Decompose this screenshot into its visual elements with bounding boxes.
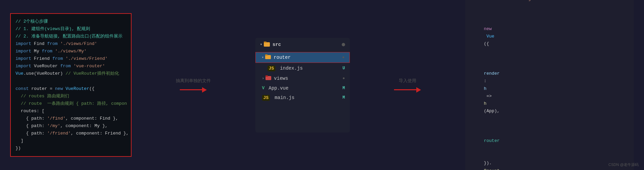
code-line-14: { path: '/my', component: My }, — [16, 122, 126, 130]
rp-render-key: render — [484, 71, 500, 76]
code-line-1: // 2个核心步骤 — [16, 18, 126, 25]
indexjs-name: index.js — [280, 66, 342, 71]
code-line-6: import Friend from './views/Friend' — [16, 55, 126, 63]
rp-new: new — [484, 26, 492, 31]
code-line-blank — [16, 77, 126, 85]
comment-2: // 1. 建组件(views目录), 配规则 — [16, 26, 90, 31]
file-tree-panel: ▾ src ▾ router ● JS index.js U › — [255, 38, 350, 132]
arrow1-head — [202, 87, 207, 93]
code-line-16: ] — [16, 137, 126, 145]
mainjs-name: main.js — [275, 95, 342, 100]
rp-line-3: new Vue ({ — [473, 18, 626, 55]
code-line-7: import VueRouter from 'vue-router' — [16, 63, 126, 70]
svg-rect-1 — [264, 42, 267, 43]
views-folder-icon — [265, 75, 271, 81]
arrow2-arrow — [394, 87, 421, 93]
tree-src-dot — [342, 43, 345, 46]
indexjs-badge: U — [342, 66, 345, 71]
chevron-views: › — [262, 76, 264, 80]
rp-indent2 — [484, 131, 489, 136]
code-line-17: }) — [16, 145, 126, 152]
views-folder-name: views — [274, 76, 342, 81]
rp-vue: Vue — [484, 34, 494, 39]
router-folder-name: router — [274, 55, 342, 60]
router-folder-icon — [265, 54, 271, 60]
code-line-2: // 1. 建组件(views目录), 配规则 — [16, 25, 126, 33]
rp-arrow-fn: => — [484, 94, 494, 99]
code-line-8: Vue.use(VueRouter) // VueRouter插件初始化 — [16, 70, 126, 77]
rp-close-brace: }). — [484, 161, 492, 166]
arrow1-line — [180, 89, 202, 90]
js-icon-indexjs: JS — [268, 66, 276, 71]
arrow1-label: 抽离到单独的文件 — [176, 78, 211, 84]
tree-src-label: src — [273, 42, 281, 47]
left-code-panel: // 2个核心步骤 // 1. 建组件(views目录), 配规则 // 2. … — [10, 13, 132, 157]
rp-h-param: h — [484, 86, 486, 91]
tree-header: ▾ src — [255, 38, 350, 51]
comment-3: // 2. 准备导航链接, 配置路由出口(匹配的组件展示 — [16, 34, 122, 39]
code-line-4: import Find from './views/Find' — [16, 40, 126, 48]
router-badge: ● — [342, 55, 344, 60]
svg-rect-5 — [265, 75, 268, 77]
arrow2-area: 导入使用 — [394, 78, 421, 93]
appvue-badge: M — [342, 86, 345, 91]
arrow2-label: 导入使用 — [399, 78, 416, 84]
watermark: CSDN @老牛源码 — [609, 162, 639, 167]
rp-colon1: : — [484, 78, 489, 83]
views-badge: ● — [342, 76, 345, 81]
rp-line-4: render : h => h (App), — [473, 55, 626, 122]
tree-item-indexjs[interactable]: JS index.js U — [255, 64, 350, 73]
rp-path: './router/index.js' — [484, 0, 536, 1]
code-line-3: // 2. 准备导航链接, 配置路由出口(匹配的组件展示 — [16, 33, 126, 40]
rp-line-6: }). $mount ( '#app' ) — [473, 152, 626, 170]
tree-item-router[interactable]: ▾ router ● — [255, 52, 350, 63]
code-line-11: // route 一条路由规则 { path: 路径, compon — [16, 100, 126, 107]
right-code-panel: import router from './router/index.js' n… — [465, 0, 634, 170]
rp-line-1: import router from './router/index.js' — [473, 0, 626, 10]
arrow1-arrow — [180, 87, 207, 93]
mainjs-badge: M — [342, 95, 345, 100]
chevron-src: ▾ — [260, 42, 262, 47]
tree-item-views[interactable]: › views ● — [255, 73, 350, 83]
rp-mount: $mount — [484, 168, 500, 170]
chevron-router: ▾ — [262, 55, 264, 59]
rp-indent1 — [484, 64, 489, 69]
comment-1: // 2个核心步骤 — [16, 19, 48, 24]
arrow2-line — [394, 89, 416, 90]
rp-h-call: h — [484, 101, 486, 106]
src-folder-icon — [264, 41, 270, 48]
rp-router-key: router — [484, 138, 500, 143]
rp-blank — [473, 10, 626, 18]
code-line-9: const router = new VueRouter({ — [16, 85, 126, 93]
code-line-5: import My from './views/My' — [16, 48, 126, 55]
appvue-name: App.vue — [269, 86, 342, 91]
svg-rect-3 — [265, 54, 268, 56]
code-line-15: { path: '/friend', component: Friend }, — [16, 130, 126, 137]
arrow1-area: 抽离到单独的文件 — [176, 78, 211, 93]
code-line-10: // routes 路由规则们 — [16, 93, 126, 100]
vue-icon-appvue: V — [262, 86, 265, 91]
tree-item-mainjs[interactable]: JS main.js M — [255, 93, 350, 103]
arrow2-head — [416, 87, 421, 93]
rp-line-5: router — [473, 122, 626, 152]
code-line-13: { path: '/find', component: Find }, — [16, 115, 126, 122]
js-icon-mainjs: JS — [262, 95, 270, 101]
tree-item-appvue[interactable]: V App.vue M — [255, 83, 350, 93]
code-line-12: routes: [ — [16, 107, 126, 115]
rp-brace1: ({ — [484, 41, 489, 46]
rp-app: (App), — [484, 108, 500, 114]
